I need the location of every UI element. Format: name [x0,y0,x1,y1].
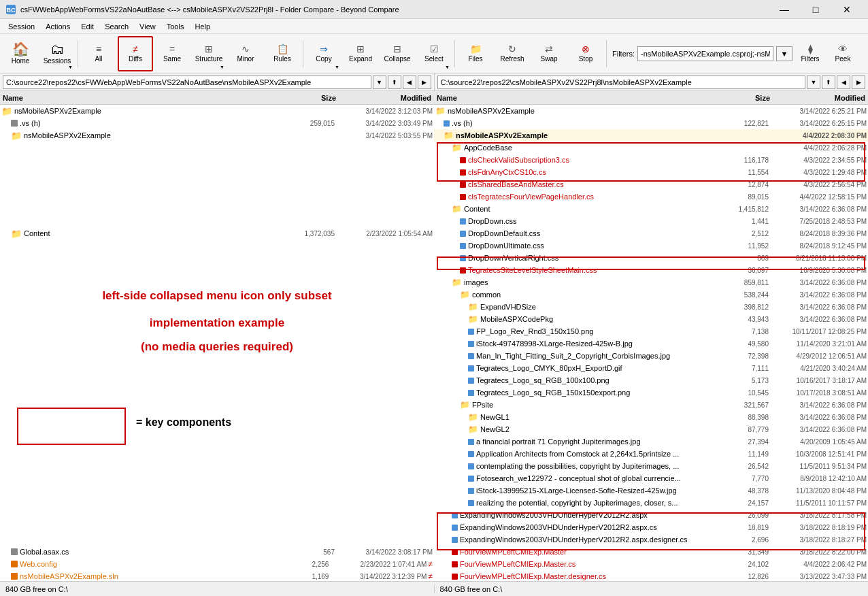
list-item[interactable] [0,264,434,276]
list-item[interactable] [0,448,434,460]
list-item[interactable] [0,178,434,191]
menu-help[interactable]: Help [189,21,216,32]
rules-button[interactable]: 📋 Rules [265,36,300,71]
copy-button[interactable]: ⇒ Copy [306,36,341,71]
list-item[interactable] [0,350,434,362]
list-item[interactable] [0,484,434,497]
list-item[interactable]: FP_Logo_Rev_Rnd3_150x150.png 7,138 10/11… [434,325,868,337]
right-path-input[interactable] [437,76,806,89]
list-item[interactable]: clsCheckValidSubscription3.cs 116,178 4/… [434,154,868,166]
list-item[interactable] [0,288,434,301]
list-item[interactable]: 📁ExpandVHDSize 398,812 3/14/2022 6:36:08… [434,301,868,313]
list-item[interactable] [0,399,434,411]
files-button[interactable]: 📁 Files [458,36,493,71]
list-item[interactable] [0,252,434,264]
list-item[interactable]: Global.asax.cs 567 3/14/2022 3:08:17 PM [0,546,434,558]
right-nav-forward[interactable]: ▶ [852,76,865,89]
menu-tools[interactable]: Tools [161,21,190,32]
right-file-list[interactable]: 📁nsMobileASPXv2Example 3/14/2022 6:25:21… [434,105,868,581]
list-item[interactable] [0,521,434,533]
list-item[interactable]: .vs (h) 122,821 3/14/2022 6:25:15 PM [434,117,868,129]
list-item[interactable]: 📁nsMobileASPXv2Example 3/14/2022 5:03:55… [0,129,434,142]
list-item[interactable]: FourViewMPLeftCMIExp.Master.designer.cs … [434,570,868,581]
list-item[interactable]: 📁Content 1,372,035 2/23/2022 1:05:54 AM [0,227,434,239]
menu-search[interactable]: Search [99,21,134,32]
peek-button[interactable]: 👁 Peek [828,36,858,71]
list-item[interactable] [0,374,434,386]
diffs-button[interactable]: ≠ Diffs [118,36,153,71]
list-item[interactable]: 📁NewGL1 88,398 3/14/2022 6:36:08 PM [434,411,868,423]
home-button[interactable]: 🏠 Home [3,36,38,71]
list-item[interactable]: Tegratecs_Logo_sq_RGB_100x100.png 5,173 … [434,374,868,386]
list-item[interactable] [0,154,434,166]
list-item[interactable]: 📁FPsite 321,567 3/14/2022 6:36:08 PM [434,399,868,411]
list-item[interactable]: FourViewMPLeftCMIExp.Master 31,349 3/18/… [434,546,868,558]
menu-session[interactable]: Session [3,21,40,32]
list-item[interactable]: ExpandingWindows2003VHDUnderHyperV2012R2… [434,509,868,521]
list-item[interactable]: 📁nsMobileASPXv2Example 3/14/2022 3:12:03… [0,105,434,117]
list-item[interactable] [0,435,434,448]
expand-button[interactable]: ⊞ Expand [343,36,378,71]
list-item[interactable]: ExpandingWindows2003VHDUnderHyperV2012R2… [434,533,868,546]
list-item[interactable] [0,472,434,484]
list-item[interactable]: 📁images 859,811 3/14/2022 6:36:08 PM [434,276,868,288]
list-item[interactable] [0,411,434,423]
same-button[interactable]: = Same [154,36,190,71]
refresh-button[interactable]: ↻ Refresh [495,36,530,71]
list-item[interactable]: clsSharedBaseAndMaster.cs 12,874 4/3/202… [434,178,868,191]
right-nav-up[interactable]: ⬆ [822,76,835,89]
maximize-button[interactable]: □ [800,0,831,19]
list-item[interactable] [0,166,434,178]
list-item[interactable]: DropDownVerticalRight.css 869 8/21/2018 … [434,252,868,264]
swap-button[interactable]: ⇄ Swap [531,36,567,71]
right-nav-back[interactable]: ◀ [837,76,850,89]
sessions-button[interactable]: 🗂 Sessions [39,36,75,71]
list-item[interactable] [0,460,434,472]
list-item[interactable] [0,276,434,288]
list-item[interactable] [0,497,434,509]
list-item[interactable]: contemplating the possibilities, copyrig… [434,460,868,472]
menu-actions[interactable]: Actions [40,21,76,32]
list-item[interactable]: Tegratecs_Logo_sq_RGB_150x150export.png … [434,386,868,399]
menu-edit[interactable]: Edit [76,21,99,32]
list-item[interactable]: Tegratecs_Logo_CMYK_80pxH_ExportD.gif 7,… [434,362,868,374]
minor-button[interactable]: ∿ Minor [228,36,263,71]
structure-button[interactable]: ⊞ Structure [191,36,227,71]
left-nav-forward[interactable]: ▶ [418,76,431,89]
list-item[interactable]: TegratecsSiteLevelStyleSheetMain.css 36,… [434,264,868,276]
list-item[interactable] [0,203,434,215]
list-item[interactable]: DropDownUltimate.css 11,952 8/24/2018 9:… [434,239,868,252]
list-item[interactable]: ExpandingWindows2003VHDUnderHyperV2012R2… [434,521,868,533]
list-item[interactable]: 📁MobileASPXCodePkg 43,943 3/14/2022 6:36… [434,313,868,325]
list-item[interactable]: 📁nsMobileASPXv2Example 3/14/2022 6:25:21… [434,105,868,117]
list-item[interactable]: realizing the potential, copyright by Ju… [434,497,868,509]
list-item[interactable]: Web.config 2,256 2/23/2022 1:07:41 AM ≠ [0,558,434,570]
list-item[interactable] [0,191,434,203]
list-item[interactable]: 📁nsMobileASPXv2Example 4/4/2022 2:08:30 … [434,129,868,142]
collapse-button[interactable]: ⊟ Collapse [380,36,415,71]
right-path-dropdown[interactable]: ▼ [807,76,820,89]
list-item[interactable]: .vs (h) 259,015 3/14/2022 3:03:49 PM [0,117,434,129]
list-item[interactable] [0,215,434,227]
list-item[interactable] [0,337,434,350]
list-item[interactable]: a financial portrait 71 Copyright Jupite… [434,435,868,448]
close-button[interactable]: ✕ [831,0,863,19]
list-item[interactable] [0,509,434,521]
list-item[interactable] [0,423,434,435]
list-item[interactable] [0,362,434,374]
list-item[interactable]: DropDown.css 1,441 7/25/2018 2:48:53 PM [434,215,868,227]
list-item[interactable]: iStock-497478998-XLarge-Resized-425w-B.j… [434,337,868,350]
menu-view[interactable]: View [134,21,161,32]
list-item[interactable] [0,386,434,399]
list-item[interactable] [0,239,434,252]
list-item[interactable]: Man_In_Tight_Fitting_Suit_2_Copyright_Co… [434,350,868,362]
filters-button[interactable]: ⧫ Filters [795,36,825,71]
list-item[interactable]: iStock-139995215-XLarge-Licensed-Sofie-R… [434,484,868,497]
select-button[interactable]: ☑ Select [416,36,452,71]
minimize-button[interactable]: — [769,0,800,19]
list-item[interactable] [0,533,434,546]
list-item[interactable] [0,301,434,313]
stop-button[interactable]: ⊗ Stop [568,36,603,71]
left-file-list[interactable]: 📁nsMobileASPXv2Example 3/14/2022 3:12:03… [0,105,434,581]
all-button[interactable]: ≡ All [81,36,116,71]
